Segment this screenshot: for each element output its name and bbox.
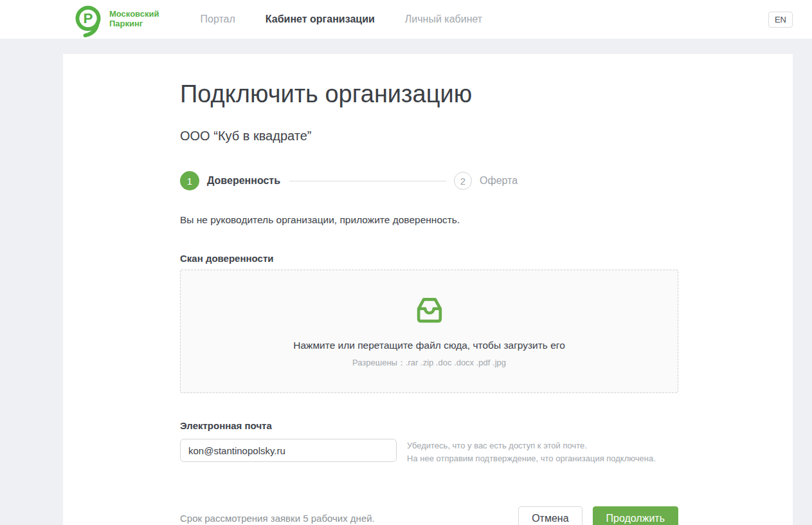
upload-field-label: Скан доверенности	[180, 253, 678, 264]
page-title: Подключить организацию	[180, 80, 678, 108]
wizard-steps: 1 Доверенность 2 Оферта	[180, 171, 678, 190]
nav-item-portal[interactable]: Портал	[201, 14, 235, 25]
step-2-circle: 2	[454, 172, 472, 190]
top-header: P Московский Паркинг Портал Кабинет орга…	[0, 0, 812, 39]
continue-button[interactable]: Продолжить	[593, 506, 678, 525]
footer-actions: Отмена Продолжить	[518, 506, 678, 525]
form-footer: Срок рассмотрения заявки 5 рабочих дней.…	[180, 506, 678, 525]
logo-wordmark: Московский Паркинг	[109, 10, 159, 29]
svg-text:P: P	[84, 10, 93, 26]
email-input[interactable]	[180, 439, 397, 462]
main-nav: Портал Кабинет организации Личный кабине…	[201, 14, 483, 25]
step-2-label: Оферта	[480, 175, 518, 187]
email-row: Убедитесь, что у вас есть доступ к этой …	[180, 439, 678, 465]
review-period-note: Срок рассмотрения заявки 5 рабочих дней.	[180, 513, 375, 524]
upload-main-text: Нажмите или перетащите файл сюда, чтобы …	[293, 340, 565, 351]
inbox-icon	[412, 294, 447, 329]
parking-pin-icon: P	[71, 0, 105, 39]
language-toggle-button[interactable]: EN	[768, 12, 793, 28]
cancel-button[interactable]: Отмена	[518, 506, 582, 525]
email-hint-text: Убедитесь, что у вас есть доступ к этой …	[407, 439, 656, 465]
intro-text: Вы не руководитель организации, приложит…	[180, 214, 678, 226]
email-field-label: Электронная почта	[180, 420, 678, 431]
step-connector-line	[289, 181, 446, 181]
nav-item-org-cabinet[interactable]: Кабинет организации	[266, 14, 375, 25]
file-upload-dropzone[interactable]: Нажмите или перетащите файл сюда, чтобы …	[180, 270, 678, 393]
organization-name: ООО “Куб в квадрате”	[180, 129, 678, 143]
step-1-label: Доверенность	[207, 175, 280, 187]
step-1-circle: 1	[180, 171, 199, 190]
upload-allowed-types-text: Разрешены：.rar .zip .doc .docx .pdf .jpg	[352, 357, 506, 369]
moscow-parking-logo[interactable]: P Московский Паркинг	[71, 0, 159, 39]
content-card: Подключить организацию ООО “Куб в квадра…	[63, 54, 793, 525]
nav-item-personal-cabinet[interactable]: Личный кабинет	[405, 14, 482, 25]
